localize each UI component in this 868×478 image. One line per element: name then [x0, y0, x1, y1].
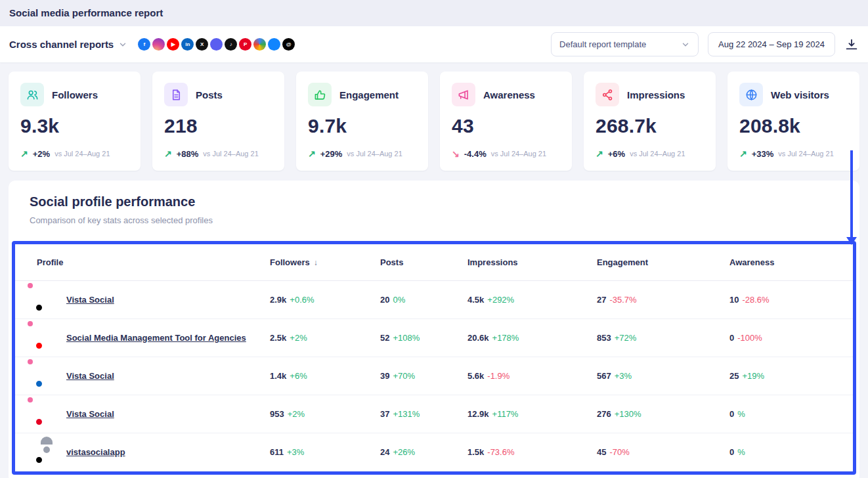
kpi-label: Awareness	[483, 89, 535, 100]
kpi-compare: vs Jul 24–Aug 21	[778, 150, 833, 158]
trend-up-icon	[739, 148, 747, 159]
profile-link[interactable]: Vista Social	[66, 295, 114, 305]
table-row: Vista Social 2.9k+0.6% 200% 4.5k+292% 27…	[15, 281, 853, 319]
awareness-delta: -28.6%	[742, 295, 769, 305]
report-name-dropdown[interactable]: Cross channel reports	[9, 39, 127, 50]
tiktok-badge-icon	[35, 456, 43, 464]
trend-down-icon	[452, 148, 460, 159]
toolbar: Cross channel reports f ▶ in X ♪ P @ Def…	[0, 26, 868, 62]
kpi-label: Web visitors	[771, 89, 829, 100]
followers-value: 2.5k	[270, 333, 286, 343]
column-header-profile[interactable]: Profile	[37, 257, 270, 267]
kpi-compare: vs Jul 24–Aug 21	[630, 150, 685, 158]
instagram-icon[interactable]	[152, 38, 165, 51]
awareness-value: 0	[729, 447, 734, 457]
engagement-delta: +130%	[615, 409, 641, 419]
youtube-badge-icon	[35, 341, 43, 350]
youtube-icon[interactable]: ▶	[167, 38, 179, 51]
followers-value: 2.9k	[270, 295, 286, 305]
posts-delta: +26%	[393, 447, 415, 457]
network-icon-row: f ▶ in X ♪ P @	[138, 38, 295, 51]
awareness-value: 25	[729, 371, 739, 381]
awareness-delta: %	[737, 447, 745, 457]
column-header-impressions[interactable]: Impressions	[467, 257, 597, 267]
kpi-compare: vs Jul 24–Aug 21	[491, 150, 546, 158]
annotation-highlight-box: Profile Followers↓ Posts Impressions Eng…	[12, 241, 856, 475]
awareness-value: 10	[729, 295, 739, 305]
meta-icon[interactable]	[210, 38, 223, 51]
linkedin-badge-icon	[35, 380, 43, 388]
x-icon[interactable]: X	[196, 38, 208, 51]
kpi-compare: vs Jul 24–Aug 21	[347, 150, 402, 158]
date-range-value: Aug 22 2024 – Sep 19 2024	[718, 39, 825, 49]
awareness-delta: -100%	[737, 333, 762, 343]
kpi-value: 9.7k	[308, 115, 416, 137]
kpi-compare: vs Jul 24–Aug 21	[203, 150, 258, 158]
posts-value: 39	[380, 371, 389, 381]
annotation-arrow	[850, 150, 853, 238]
sort-descending-icon: ↓	[314, 258, 318, 267]
kpi-card-engagement: Engagement 9.7k +29% vs Jul 24–Aug 21	[296, 72, 428, 171]
kpi-card-awareness: Awareness 43 -4.4% vs Jul 24–Aug 21	[440, 72, 572, 171]
download-icon[interactable]	[844, 37, 859, 52]
avatar	[37, 290, 56, 310]
table-row: vistasocialapp 611+3% 24+26% 1.5k-73.6% …	[15, 433, 853, 471]
posts-value: 37	[380, 409, 389, 419]
posts-value: 52	[380, 333, 389, 343]
column-header-awareness[interactable]: Awareness	[729, 257, 853, 267]
column-header-posts[interactable]: Posts	[380, 257, 467, 267]
impressions-delta: +178%	[492, 333, 519, 343]
posts-delta: 0%	[393, 295, 405, 305]
impressions-delta: -1.9%	[487, 371, 510, 381]
threads-icon[interactable]: @	[282, 38, 295, 51]
impressions-value: 20.6k	[467, 333, 489, 343]
report-template-select[interactable]: Default report template	[551, 32, 699, 56]
followers-delta: +6%	[290, 371, 307, 381]
awareness-delta: +19%	[742, 371, 764, 381]
kpi-row: Followers 9.3k +2% vs Jul 24–Aug 21 Post…	[9, 72, 859, 171]
followers-delta: +2%	[290, 333, 307, 343]
pinterest-icon[interactable]: P	[239, 38, 251, 51]
followers-delta: +0.6%	[290, 295, 314, 305]
kpi-delta: +2%	[33, 149, 50, 159]
facebook-icon[interactable]: f	[138, 38, 150, 51]
kpi-value: 208.8k	[739, 115, 848, 137]
thumbs-up-icon	[308, 83, 332, 106]
profile-link[interactable]: Social Media Management Tool for Agencie…	[66, 333, 246, 343]
followers-value: 611	[270, 447, 284, 457]
impressions-value: 5.6k	[467, 371, 484, 381]
trend-up-icon	[596, 148, 603, 159]
table-header: Profile Followers↓ Posts Impressions Eng…	[15, 244, 853, 281]
kpi-delta: +88%	[177, 149, 199, 159]
column-header-followers[interactable]: Followers↓	[270, 257, 380, 267]
posts-delta: +131%	[393, 409, 420, 419]
date-range-picker[interactable]: Aug 22 2024 – Sep 19 2024	[708, 32, 835, 56]
engagement-value: 45	[597, 447, 606, 457]
followers-delta: +2%	[288, 409, 305, 419]
kpi-card-web-visitors: Web visitors 208.8k +33% vs Jul 24–Aug 2…	[727, 72, 859, 171]
posts-delta: +70%	[393, 371, 415, 381]
section-title: Social profile performance	[30, 194, 856, 209]
engagement-delta: +3%	[615, 371, 632, 381]
kpi-card-followers: Followers 9.3k +2% vs Jul 24–Aug 21	[9, 72, 141, 171]
awareness-delta: %	[737, 409, 745, 419]
profile-link[interactable]: Vista Social	[66, 371, 114, 381]
table-row: Vista Social 953+2% 37+131% 12.9k+117% 2…	[15, 395, 853, 433]
posts-value: 20	[380, 295, 389, 305]
bluesky-icon[interactable]	[268, 38, 280, 51]
impressions-delta: -73.6%	[487, 447, 514, 457]
kpi-label: Engagement	[339, 89, 399, 100]
google-business-icon[interactable]	[253, 38, 266, 51]
profile-link[interactable]: Vista Social	[66, 409, 114, 419]
tiktok-icon[interactable]: ♪	[225, 38, 237, 51]
avatar	[37, 328, 56, 348]
impressions-value: 1.5k	[467, 447, 484, 457]
profile-link[interactable]: vistasocialapp	[66, 447, 125, 457]
trend-up-icon	[20, 148, 28, 159]
impressions-delta: +292%	[487, 295, 514, 305]
linkedin-icon[interactable]: in	[181, 38, 194, 51]
column-header-engagement[interactable]: Engagement	[597, 257, 729, 267]
avatar	[37, 443, 56, 462]
kpi-delta: +33%	[752, 149, 774, 159]
kpi-value: 218	[164, 115, 272, 137]
